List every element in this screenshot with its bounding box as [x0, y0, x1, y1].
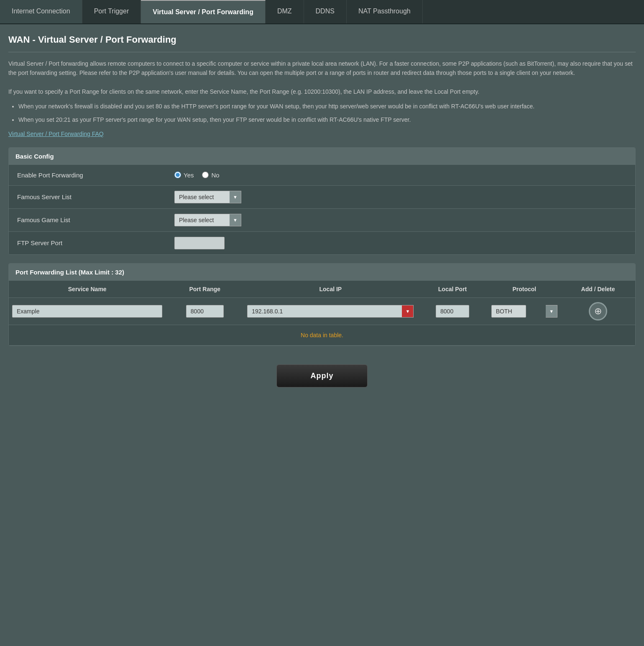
port-forwarding-table: Service Name Port Range Local IP Local P…	[9, 281, 635, 346]
radio-group-enable: Yes No	[174, 172, 220, 179]
port-range-input[interactable]	[186, 305, 224, 318]
famous-game-select-wrapper: Please select Age of Empires Battle.net …	[174, 214, 241, 226]
tab-port-trigger[interactable]: Port Trigger	[82, 0, 141, 23]
cell-add-delete: ⊕	[561, 297, 635, 325]
tab-bar: Internet Connection Port Trigger Virtual…	[0, 0, 644, 24]
col-local-port: Local Port	[417, 281, 488, 298]
tab-nat-passthrough[interactable]: NAT Passthrough	[347, 0, 423, 23]
cell-local-port	[417, 297, 488, 325]
apply-section: Apply	[8, 354, 636, 397]
protocol-select-wrapper: BOTH TCP UDP	[491, 305, 557, 318]
col-protocol: Protocol	[488, 281, 561, 298]
bullet-1: When your network's firewall is disabled…	[18, 102, 636, 111]
page-title: WAN - Virtual Server / Port Forwarding	[8, 34, 636, 45]
service-name-input[interactable]	[12, 305, 162, 318]
cell-port-range	[166, 297, 244, 325]
radio-no[interactable]	[202, 172, 209, 178]
basic-config-section: Basic Config Enable Port Forwarding Yes …	[8, 147, 636, 255]
col-port-range: Port Range	[166, 281, 244, 298]
port-forwarding-list-header: Port Forwarding List (Max Limit : 32)	[9, 264, 635, 281]
ftp-server-port-value	[168, 232, 635, 254]
main-content: WAN - Virtual Server / Port Forwarding V…	[0, 24, 644, 408]
tab-dmz[interactable]: DMZ	[266, 0, 304, 23]
ftp-server-port-input[interactable]	[174, 237, 225, 249]
faq-link[interactable]: Virtual Server / Port Forwarding FAQ	[8, 131, 104, 137]
famous-game-select[interactable]: Please select Age of Empires Battle.net …	[174, 214, 241, 226]
table-row-input: BOTH TCP UDP ⊕	[9, 297, 635, 325]
ip-input-wrapper	[247, 305, 414, 318]
bullet-2: When you set 20:21 as your FTP server's …	[18, 115, 636, 124]
description-block: Virtual Server / Port forwarding allows …	[8, 59, 636, 139]
add-button[interactable]: ⊕	[589, 302, 607, 320]
divider	[8, 52, 636, 52]
local-ip-input[interactable]	[247, 305, 414, 318]
tab-internet-connection[interactable]: Internet Connection	[0, 0, 82, 23]
protocol-select-arrow-icon	[546, 305, 557, 318]
no-data-cell: No data in table.	[9, 325, 635, 345]
radio-yes-label[interactable]: Yes	[174, 172, 194, 179]
basic-config-header: Basic Config	[9, 148, 635, 165]
tab-virtual-server[interactable]: Virtual Server / Port Forwarding	[141, 0, 266, 23]
no-data-row: No data in table.	[9, 325, 635, 345]
famous-game-list-label: Famous Game List	[9, 210, 168, 230]
cell-local-ip	[244, 297, 417, 325]
famous-game-list-value: Please select Age of Empires Battle.net …	[168, 209, 635, 231]
famous-server-list-value: Please select FTP HTTP HTTPS Telnet SMTP…	[168, 186, 635, 208]
protocol-select[interactable]: BOTH TCP UDP	[491, 305, 526, 318]
cell-protocol: BOTH TCP UDP	[488, 297, 561, 325]
enable-port-forwarding-value: Yes No	[168, 167, 635, 184]
description-text-1: Virtual Server / Port forwarding allows …	[8, 59, 636, 78]
famous-server-select-wrapper: Please select FTP HTTP HTTPS Telnet SMTP…	[174, 191, 241, 203]
ftp-server-port-row: FTP Server Port	[9, 232, 635, 254]
ftp-server-port-label: FTP Server Port	[9, 233, 168, 253]
local-port-input[interactable]	[436, 305, 469, 318]
enable-port-forwarding-row: Enable Port Forwarding Yes No	[9, 165, 635, 186]
radio-no-text: No	[211, 172, 219, 179]
famous-game-list-row: Famous Game List Please select Age of Em…	[9, 209, 635, 232]
ip-dropdown-btn[interactable]	[402, 305, 414, 318]
famous-server-list-row: Famous Server List Please select FTP HTT…	[9, 186, 635, 209]
col-service-name: Service Name	[9, 281, 166, 298]
apply-button[interactable]: Apply	[276, 364, 367, 387]
col-local-ip: Local IP	[244, 281, 417, 298]
cell-service-name	[9, 297, 166, 325]
col-add-delete: Add / Delete	[561, 281, 635, 298]
radio-yes-text: Yes	[184, 172, 194, 179]
famous-server-list-label: Famous Server List	[9, 187, 168, 207]
description-text-2: If you want to specify a Port Range for …	[8, 87, 636, 96]
famous-server-select[interactable]: Please select FTP HTTP HTTPS Telnet SMTP…	[174, 191, 241, 203]
table-header-row: Service Name Port Range Local IP Local P…	[9, 281, 635, 298]
radio-yes[interactable]	[174, 172, 181, 178]
tab-ddns[interactable]: DDNS	[304, 0, 347, 23]
port-forwarding-list-section: Port Forwarding List (Max Limit : 32) Se…	[8, 263, 636, 346]
radio-no-label[interactable]: No	[202, 172, 219, 179]
enable-port-forwarding-label: Enable Port Forwarding	[9, 165, 168, 185]
